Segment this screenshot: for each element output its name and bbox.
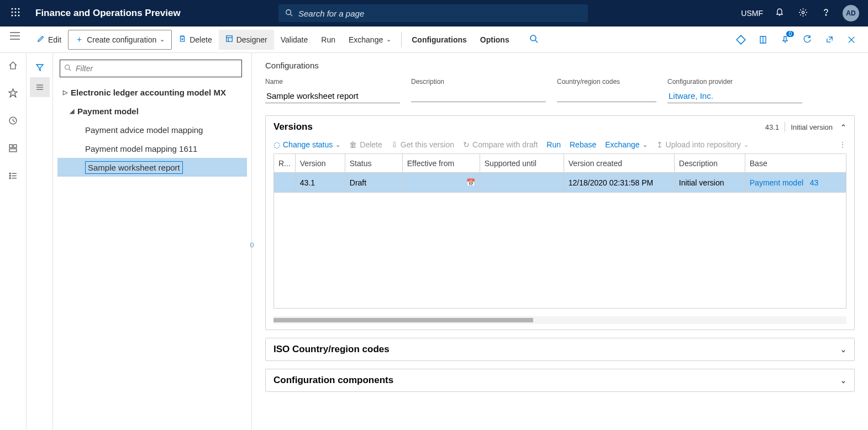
rebase-button[interactable]: Rebase <box>570 140 596 149</box>
validate-button[interactable]: Validate <box>274 30 315 50</box>
actionbar-right-icons: 0 <box>732 31 868 49</box>
svg-line-38 <box>69 69 71 71</box>
svg-point-8 <box>18 15 20 17</box>
search-input[interactable] <box>298 9 581 18</box>
cell-base[interactable]: Payment model 43 <box>745 173 846 193</box>
tree-item-sample-worksheet[interactable]: Sample worksheet report <box>57 158 247 177</box>
svg-point-37 <box>65 65 70 70</box>
versions-title: Versions <box>273 121 313 132</box>
get-version-button[interactable]: ⇩ Get this version <box>391 140 454 149</box>
compare-button[interactable]: ↻ Compare with draft <box>463 140 538 149</box>
svg-point-7 <box>15 15 17 17</box>
desc-value[interactable] <box>411 89 546 102</box>
tree-filter-input[interactable] <box>60 60 242 77</box>
modules-icon[interactable] <box>3 166 23 185</box>
search-action[interactable] <box>523 30 545 50</box>
cell-supported[interactable] <box>480 173 564 193</box>
version-exchange-label: Exchange <box>605 140 639 149</box>
chevron-down-icon[interactable]: ⌄ <box>840 346 846 354</box>
svg-point-0 <box>12 8 13 10</box>
global-search[interactable] <box>278 4 588 22</box>
version-run-button[interactable]: Run <box>546 140 561 149</box>
options-label: Options <box>480 35 509 44</box>
change-status-button[interactable]: ◌ Change status ⌄ <box>273 140 340 149</box>
cell-version[interactable]: 43.1 <box>295 173 345 193</box>
calendar-icon[interactable]: 📅 <box>466 178 475 187</box>
tree-item-electronic-ledger[interactable]: ▷ Electronic ledger accounting model MX <box>57 83 247 102</box>
provider-value[interactable]: Litware, Inc. <box>667 89 802 103</box>
horizontal-scrollbar[interactable] <box>273 316 846 324</box>
iso-card: ISO Country/region codes ⌄ <box>265 338 855 361</box>
name-label: Name <box>265 78 400 86</box>
book-icon[interactable] <box>754 31 772 49</box>
caret-right-icon[interactable]: ▷ <box>60 89 71 96</box>
gear-icon[interactable] <box>796 8 809 19</box>
edit-button[interactable]: Edit <box>30 30 68 50</box>
chevron-down-icon[interactable]: ⌄ <box>840 376 846 385</box>
version-delete-button[interactable]: 🗑 Delete <box>349 140 382 149</box>
upload-button[interactable]: ↥ Upload into repository ⌄ <box>656 140 749 149</box>
table-row[interactable]: 43.1 Draft 📅 12/18/2020 02:31:58 PM Init… <box>274 173 846 193</box>
popout-icon[interactable] <box>820 31 838 49</box>
name-value[interactable]: Sample worksheet report <box>265 89 400 103</box>
col-base[interactable]: Base <box>745 154 846 173</box>
caret-down-icon[interactable]: ◢ <box>66 108 77 115</box>
components-card: Configuration components ⌄ <box>265 369 855 392</box>
svg-line-21 <box>535 40 538 43</box>
top-bar: Finance and Operations Preview USMF AD <box>0 0 868 26</box>
col-version[interactable]: Version <box>295 154 345 173</box>
run-button[interactable]: Run <box>314 30 342 50</box>
components-header[interactable]: Configuration components ⌄ <box>266 369 854 391</box>
version-text-meta: Initial version <box>791 123 833 131</box>
col-r[interactable]: R... <box>274 154 296 173</box>
col-status[interactable]: Status <box>345 154 402 173</box>
create-config-label: Create configuration <box>87 35 156 44</box>
cell-description[interactable]: Initial version <box>674 173 745 193</box>
clock-icon[interactable] <box>3 110 23 130</box>
cell-effective[interactable]: 📅 <box>402 173 480 193</box>
options-link[interactable]: Options <box>474 30 516 50</box>
col-supported[interactable]: Supported until <box>480 154 564 173</box>
close-icon[interactable] <box>843 31 860 49</box>
tree-item-payment-model[interactable]: ◢ Payment model <box>57 102 247 120</box>
cell-r[interactable] <box>274 173 296 193</box>
configurations-link[interactable]: Configurations <box>405 30 474 50</box>
designer-button[interactable]: Designer <box>219 30 274 50</box>
plus-icon: ＋ <box>75 34 83 45</box>
app-title: Finance and Operations Preview <box>35 8 181 19</box>
base-link[interactable]: Payment model <box>750 178 803 187</box>
create-configuration-button[interactable]: ＋ Create configuration ⌄ <box>68 30 172 50</box>
col-created[interactable]: Version created <box>564 154 674 173</box>
tree-item-payment-advice[interactable]: Payment advice model mapping <box>57 120 247 139</box>
col-description[interactable]: Description <box>674 154 745 173</box>
list-lines-icon[interactable] <box>30 77 50 97</box>
country-value[interactable] <box>557 89 656 102</box>
cell-created[interactable]: 12/18/2020 02:31:58 PM <box>564 173 674 193</box>
help-icon[interactable] <box>819 8 833 19</box>
bell-icon[interactable] <box>773 8 786 19</box>
refresh-icon[interactable] <box>798 31 816 49</box>
home-icon[interactable] <box>3 55 23 75</box>
tree-item-payment-mapping-1611[interactable]: Payment model mapping 1611 <box>57 139 247 158</box>
pin-icon[interactable]: 0 <box>776 31 794 49</box>
diamond-icon[interactable] <box>732 31 750 49</box>
star-icon[interactable] <box>3 83 23 103</box>
waffle-icon[interactable] <box>6 8 25 19</box>
scrollbar-thumb[interactable] <box>273 318 533 322</box>
col-effective[interactable]: Effective from <box>402 154 480 173</box>
chevron-up-icon[interactable]: ⌃ <box>840 123 846 131</box>
exchange-button[interactable]: Exchange ⌄ <box>342 30 398 50</box>
cell-status[interactable]: Draft <box>345 173 402 193</box>
workspace-icon[interactable] <box>3 138 23 158</box>
delete-button[interactable]: Delete <box>172 30 218 50</box>
hamburger-icon[interactable] <box>10 32 20 42</box>
table-empty-row <box>274 193 846 309</box>
version-exchange-button[interactable]: Exchange ⌄ <box>605 140 647 149</box>
company-code[interactable]: USMF <box>741 9 763 18</box>
svg-point-5 <box>18 12 20 13</box>
more-button[interactable]: ⋮ <box>839 140 846 149</box>
svg-point-6 <box>12 15 13 17</box>
user-avatar[interactable]: AD <box>843 5 859 22</box>
filter-icon[interactable] <box>30 57 50 77</box>
iso-header[interactable]: ISO Country/region codes ⌄ <box>266 338 854 360</box>
